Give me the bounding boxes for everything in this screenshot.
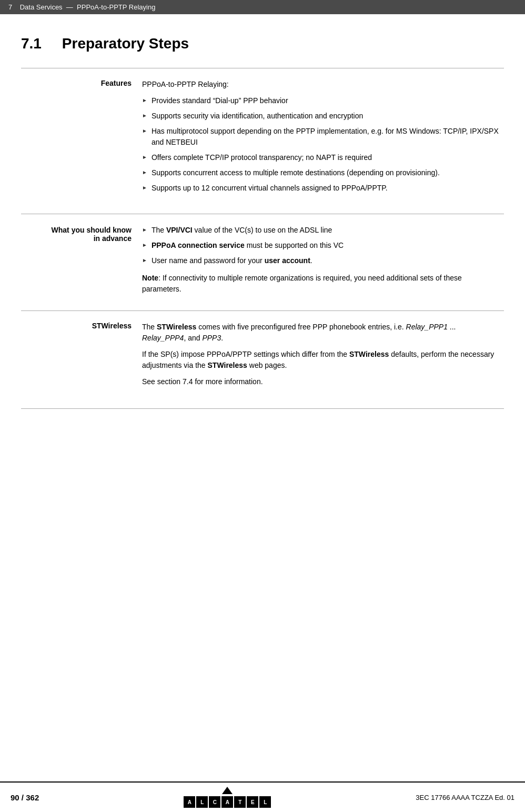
bullet-arrow-icon: ► (142, 256, 147, 264)
stw-p2-bold2: STWireless (208, 361, 247, 369)
page-body: 7.1 Preparatory Steps Features PPPoA-to-… (0, 14, 525, 462)
bullet-arrow-icon: ► (142, 226, 147, 234)
bullet-text: User name and password for your user acc… (152, 255, 312, 266)
bullet-arrow-icon: ► (142, 153, 147, 161)
logo-box-a2: A (221, 796, 233, 808)
bullet-arrow-icon: ► (142, 168, 147, 176)
stw-divider-row (21, 305, 504, 311)
list-item: ► Offers complete TCP/IP protocol transp… (142, 152, 499, 163)
stw-p2-bold1: STWireless (349, 350, 389, 358)
bullet-arrow-icon: ► (142, 241, 147, 249)
bullet-arrow-icon: ► (142, 184, 147, 192)
note-bold: Note (142, 274, 158, 282)
stw-content-row: STWireless The STWireless comes with fiv… (21, 311, 504, 398)
wysk-label-cell: What you should know in advance (21, 214, 137, 305)
bullet-text: Supports security via identification, au… (152, 111, 363, 122)
wysk-content-cell: ► The VPI/VCI value of the VC(s) to use … (137, 214, 504, 305)
stw-p1-end: . (221, 334, 223, 342)
list-item: ► Has multiprotocol support depending on… (142, 126, 499, 148)
stw-paragraph2: If the SP(s) impose PPPoA/PPTP settings … (142, 349, 499, 371)
logo-box-t: T (234, 796, 246, 808)
list-item: ► PPPoA connection service must be suppo… (142, 240, 499, 251)
vpi-vci-bold: VPI/VCI (166, 226, 193, 234)
divider-bottom (21, 408, 504, 409)
stw-p1-ellipsis: ... (448, 323, 456, 331)
user-account-bold: user account (265, 256, 310, 265)
features-intro: PPPoA-to-PPTP Relaying: (142, 79, 499, 90)
bullet-text: Supports up to 12 concurrent virtual cha… (152, 183, 388, 194)
bullet-arrow-icon: ► (142, 127, 147, 135)
list-item: ► Provides standard “Dial-up” PPP behavi… (142, 95, 499, 106)
stw-p1-pre: The (142, 323, 157, 331)
page-footer: 90 / 362 A L C A T E L 3EC 17766 (0, 781, 525, 812)
header-text: 7 Data Services — PPPoA-to-PPTP Relaying (8, 3, 155, 11)
stw-label: STWireless (92, 322, 132, 330)
features-content-row: Features PPPoA-to-PPTP Relaying: ► Provi… (21, 68, 504, 208)
wysk-content-row: What you should know in advance ► The VP… (21, 214, 504, 305)
bullet-text: Supports concurrent access to multiple r… (152, 167, 440, 178)
stw-paragraph3: See section 7.4 for more information. (142, 376, 499, 387)
features-content-cell: PPPoA-to-PPTP Relaying: ► Provides stand… (137, 68, 504, 208)
list-item: ► User name and password for your user a… (142, 255, 499, 266)
footer-page: 90 (11, 793, 19, 802)
wysk-label-line1: What you should know (52, 226, 132, 234)
pppoa-bold: PPPoA connection service (152, 241, 245, 249)
logo-box-l: L (196, 796, 208, 808)
list-item: ► The VPI/VCI value of the VC(s) to use … (142, 225, 499, 236)
bullet-text: PPPoA connection service must be support… (152, 240, 344, 251)
list-item: ► Supports concurrent access to multiple… (142, 167, 499, 178)
bullet-text: The VPI/VCI value of the VC(s) to use on… (152, 225, 332, 236)
wysk-bullet-list: ► The VPI/VCI value of the VC(s) to use … (142, 225, 499, 266)
footer-page-number: 90 / 362 (11, 793, 39, 802)
list-item: ► Supports security via identification, … (142, 111, 499, 122)
footer-separator: / (22, 793, 26, 802)
header-section: PPPoA-to-PPTP Relaying (77, 3, 155, 11)
bullet-arrow-icon: ► (142, 112, 147, 119)
logo-triangle-icon (222, 787, 233, 794)
wysk-divider-row (21, 208, 504, 214)
logo-box-e: E (247, 796, 258, 808)
logo-box-a: A (184, 796, 195, 808)
features-label-cell: Features (21, 68, 137, 208)
footer-ref-text: 3EC 17766 AAAA TCZZA Ed. 01 (416, 794, 514, 801)
section-title: 7.1 Preparatory Steps (21, 25, 504, 52)
section-heading: Preparatory Steps (62, 35, 189, 52)
chapter-number: 7 (8, 3, 12, 11)
note-body: : If connectivity to multiple remote org… (142, 274, 462, 293)
stw-p2-pre: If the SP(s) impose PPPoA/PPTP settings … (142, 350, 349, 358)
stw-paragraph1: The STWireless comes with five preconfig… (142, 322, 499, 344)
stw-p1-italic3: PPP3 (202, 334, 221, 342)
bullet-text: Provides standard “Dial-up” PPP behavior (152, 95, 288, 106)
features-intro-text: PPPoA-to-PPTP Relaying: (142, 80, 229, 88)
bullet-text: Offers complete TCP/IP protocol transpar… (152, 152, 372, 163)
logo-boxes: A L C A T E L (184, 796, 271, 808)
footer-reference: 3EC 17766 AAAA TCZZA Ed. 01 (416, 794, 514, 801)
alcatel-logo: A L C A T E L (184, 787, 271, 808)
stw-content-cell: The STWireless comes with five preconfig… (137, 311, 504, 398)
content-table: Features PPPoA-to-PPTP Relaying: ► Provi… (21, 68, 504, 409)
bottom-divider-row (21, 398, 504, 409)
stw-p1-italic2: Relay_PPP4 (142, 334, 184, 342)
stw-p1-italic1: Relay_PPP1 (406, 323, 448, 331)
stw-p1-post: comes with five preconfigured free PPP p… (196, 323, 406, 331)
stw-p3: See section 7.4 for more information. (142, 377, 263, 386)
chapter-title: Data Services (20, 3, 63, 11)
section-number: 7.1 (21, 35, 42, 52)
note-text: Note: If connectivity to multiple remote… (142, 273, 499, 295)
bullet-text: Has multiprotocol support depending on t… (152, 126, 499, 148)
list-item: ► Supports up to 12 concurrent virtual c… (142, 183, 499, 194)
stw-p1-and: , and (184, 334, 202, 342)
bullet-arrow-icon: ► (142, 96, 147, 104)
logo-box-l2: L (259, 796, 271, 808)
stw-p1-bold: STWireless (157, 323, 196, 331)
footer-total: 362 (26, 793, 39, 802)
stw-p2-end: web pages. (247, 361, 287, 369)
footer-logo-area: A L C A T E L (184, 787, 271, 808)
features-label: Features (101, 79, 132, 87)
logo-box-c: C (209, 796, 220, 808)
features-bullet-list: ► Provides standard “Dial-up” PPP behavi… (142, 95, 499, 194)
stw-label-cell: STWireless (21, 311, 137, 398)
page-header: 7 Data Services — PPPoA-to-PPTP Relaying (0, 0, 525, 14)
wysk-label: What you should know in advance (52, 226, 132, 243)
wysk-label-line2: in advance (94, 234, 132, 243)
